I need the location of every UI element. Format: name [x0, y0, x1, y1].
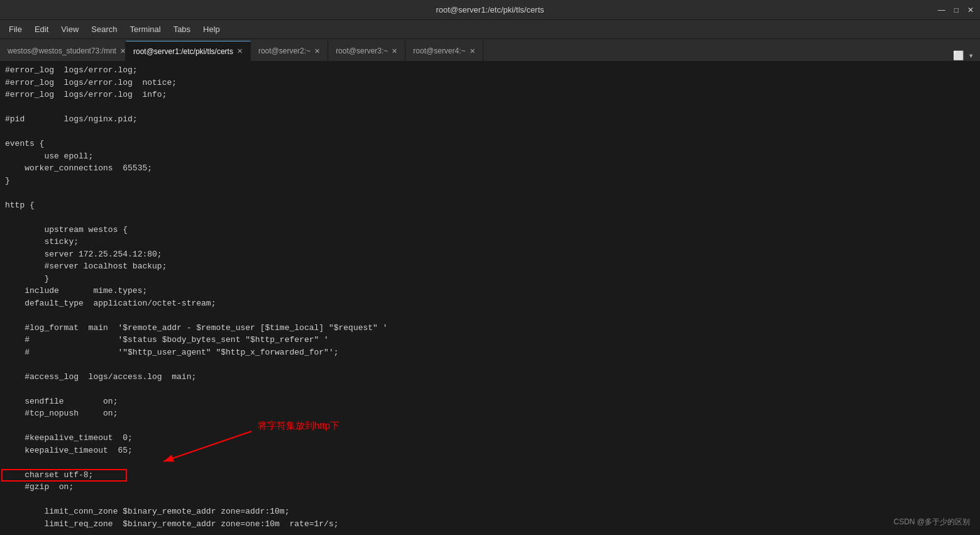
menubar-item-file[interactable]: File	[4, 23, 27, 35]
close-button[interactable]: ✕	[967, 6, 974, 14]
titlebar-controls: — □ ✕	[938, 0, 974, 19]
tab-label: root@server3:~	[336, 47, 388, 55]
menubar-item-edit[interactable]: Edit	[30, 23, 53, 35]
tab-label: westos@westos_student73:/mnt	[8, 47, 116, 55]
menubar-item-view[interactable]: View	[56, 23, 84, 35]
maximize-button[interactable]: □	[954, 6, 959, 14]
tab-label: root@server4:~	[413, 47, 465, 55]
menubar: FileEditViewSearchTerminalTabsHelp	[0, 20, 980, 39]
menubar-item-search[interactable]: Search	[86, 23, 122, 35]
menubar-item-terminal[interactable]: Terminal	[125, 23, 166, 35]
menubar-item-help[interactable]: Help	[198, 23, 225, 35]
terminal-content[interactable]: #error_log logs/error.log; #error_log lo…	[0, 62, 980, 535]
tab-close-icon[interactable]: ✕	[392, 47, 397, 55]
titlebar: root@server1:/etc/pki/tls/certs — □ ✕	[0, 0, 980, 20]
tab-label: root@server2:~	[258, 47, 311, 55]
menubar-item-tabs[interactable]: Tabs	[168, 23, 195, 35]
tab-close-icon[interactable]: ✕	[470, 47, 475, 55]
titlebar-title: root@server1:/etc/pki/tls/certs	[436, 5, 544, 14]
tab-server2[interactable]: root@server2:~ ✕	[251, 41, 328, 61]
tab-close-icon[interactable]: ✕	[237, 47, 243, 55]
tab-server1[interactable]: root@server1:/etc/pki/tls/certs ✕	[126, 41, 251, 61]
watermark: CSDN @多于少的区别	[893, 517, 970, 527]
tab-close-icon[interactable]: ✕	[120, 47, 126, 55]
tabbar-end: ⬜ ▾	[953, 50, 980, 61]
tab-close-icon[interactable]: ✕	[314, 47, 320, 55]
tab-label: root@server1:/etc/pki/tls/certs	[133, 47, 233, 56]
minimize-button[interactable]: —	[938, 6, 945, 14]
tab-server4[interactable]: root@server4:~ ✕	[405, 41, 483, 61]
tab-server3[interactable]: root@server3:~ ✕	[328, 41, 405, 61]
tabbar: westos@westos_student73:/mnt ✕ root@serv…	[0, 39, 980, 62]
dropdown-icon[interactable]: ▾	[969, 50, 974, 61]
terminal-text: #error_log logs/error.log; #error_log lo…	[5, 64, 975, 535]
tab-westos[interactable]: westos@westos_student73:/mnt ✕	[0, 41, 126, 61]
screen-icon[interactable]: ⬜	[953, 50, 964, 61]
